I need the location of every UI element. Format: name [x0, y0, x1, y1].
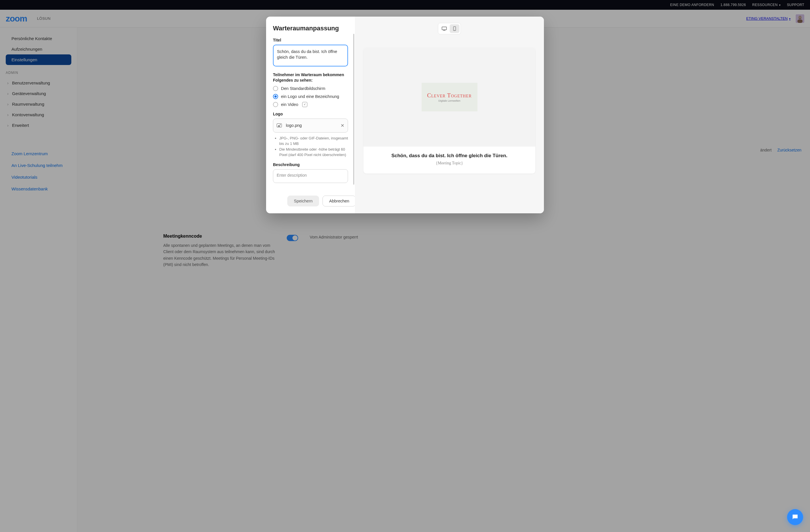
mobile-preview-button[interactable]	[450, 24, 459, 33]
info-badge-icon: ✓	[302, 102, 307, 107]
desc-label: Beschreibung	[273, 162, 348, 167]
svg-point-7	[454, 30, 455, 30]
image-icon	[277, 123, 282, 128]
logo-hints: JPG-, PNG- oder GIF-Dateien, insgesamt b…	[273, 135, 348, 158]
preview-card: Clever Together Digitale Lernwelten Schö…	[363, 48, 535, 173]
preview-logo-area: Clever Together Digitale Lernwelten	[363, 48, 535, 147]
logo-file-field[interactable]: logo.png ✕	[273, 118, 348, 133]
modal-form-panel: Warteraumanpassung Titel Teilnehmer im W…	[266, 17, 355, 213]
preview-title: Schön, dass du da bist. Ich öffne gleich…	[369, 153, 530, 159]
preview-brand-box: Clever Together Digitale Lernwelten	[422, 83, 477, 111]
save-button[interactable]: Speichern	[287, 196, 319, 206]
radio-video-label: ein Video	[281, 102, 298, 107]
radio-video-option[interactable]: ein Video ✓	[273, 102, 348, 107]
radio-icon	[273, 94, 278, 99]
radio-icon	[273, 86, 278, 91]
cancel-button[interactable]: Abbrechen	[323, 196, 355, 206]
logo-label: Logo	[273, 112, 348, 116]
radio-logo-label: ein Logo und eine Bezeichnung	[281, 94, 339, 99]
radio-icon	[273, 102, 278, 107]
modal-preview-panel: Clever Together Digitale Lernwelten Schö…	[355, 17, 544, 213]
description-input[interactable]	[273, 169, 348, 183]
radio-default-label: Den Standardbildschirm	[281, 86, 325, 91]
hint-item: JPG-, PNG- oder GIF-Dateien, insgesamt b…	[279, 135, 348, 147]
titel-label: Titel	[273, 38, 348, 43]
monitor-icon	[442, 27, 447, 31]
chat-bubble-button[interactable]	[787, 509, 803, 525]
desktop-preview-button[interactable]	[439, 24, 449, 33]
remove-logo-icon[interactable]: ✕	[341, 123, 344, 128]
device-toggle	[438, 23, 461, 34]
radio-logo-label-option[interactable]: ein Logo und eine Bezeichnung	[273, 94, 348, 99]
modal-title: Warteraumanpassung	[273, 24, 348, 32]
radio-default-screen[interactable]: Den Standardbildschirm	[273, 86, 348, 91]
preview-brand-sub: Digitale Lernwelten	[438, 99, 460, 102]
titel-input[interactable]	[273, 45, 348, 66]
logo-filename: logo.png	[286, 123, 302, 128]
chat-icon	[791, 513, 799, 521]
preview-meeting-topic: {Meeting Topic}	[369, 161, 530, 166]
svg-rect-4	[442, 27, 447, 30]
hint-item: Die Mindestbreite oder -höhe beträgt 60 …	[279, 147, 348, 158]
preview-brand-main: Clever Together	[427, 92, 472, 99]
phone-icon	[453, 26, 456, 31]
waiting-room-modal: Warteraumanpassung Titel Teilnehmer im W…	[266, 17, 544, 213]
scrollbar[interactable]	[353, 34, 354, 185]
participants-label: Teilnehmer im Warteraum bekommen Folgend…	[273, 72, 348, 83]
